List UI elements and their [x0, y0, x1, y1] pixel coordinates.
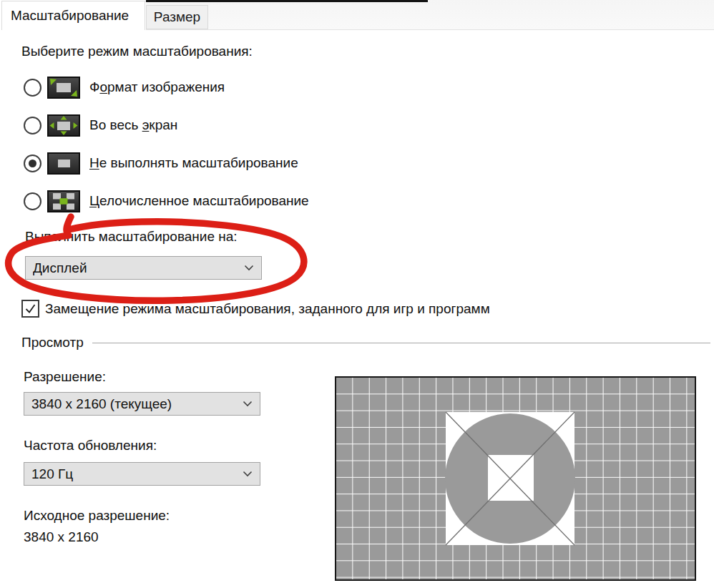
- tab-size-label: Размер: [154, 9, 200, 25]
- native-resolution-value: 3840 x 2160: [24, 529, 99, 545]
- native-resolution-label: Исходное разрешение:: [24, 508, 170, 524]
- scaling-preview-test-pattern: [335, 376, 696, 581]
- refresh-rate-combo[interactable]: 120 Гц: [24, 462, 260, 486]
- scaling-mode-heading: Выберите режим масштабирования:: [21, 44, 253, 59]
- option-label: Во весь экран: [89, 117, 177, 133]
- tab-bar-filler: [146, 0, 714, 30]
- option-label: Целочисленное масштабирование: [89, 193, 309, 209]
- refresh-rate-label: Частота обновления:: [24, 438, 157, 454]
- section-title: Просмотр: [21, 335, 84, 351]
- preview-section-header: Просмотр: [21, 335, 710, 351]
- checkbox-checked[interactable]: [21, 300, 39, 318]
- combo-value: Дисплей: [33, 260, 244, 276]
- section-divider: [92, 343, 710, 343]
- combo-value: 120 Гц: [31, 466, 243, 482]
- combo-value: 3840 x 2160 (текущее): [31, 396, 243, 412]
- tab-scaling[interactable]: Масштабирование: [1, 1, 145, 30]
- chevron-down-icon: [243, 401, 253, 407]
- chevron-down-icon: [244, 265, 254, 271]
- resolution-label: Разрешение:: [24, 369, 106, 385]
- chevron-down-icon: [243, 471, 253, 477]
- option-integer-scaling[interactable]: Целочисленное масштабирование: [24, 189, 309, 213]
- window-top-border: [146, 0, 428, 2]
- resolution-combo[interactable]: 3840 x 2160 (текущее): [24, 392, 260, 416]
- aspect-ratio-icon: [47, 77, 80, 99]
- no-scaling-icon: [47, 152, 80, 175]
- option-aspect-ratio[interactable]: Формат изображения: [24, 75, 225, 99]
- perform-scaling-on-label: Выполнить масштабирование на:: [25, 229, 238, 245]
- option-no-scaling[interactable]: Не выполнять масштабирование: [24, 151, 298, 175]
- tab-scaling-label: Масштабирование: [11, 8, 129, 24]
- checkbox-label: Замещение режима масштабирования, заданн…: [45, 301, 490, 317]
- radio-button[interactable]: [24, 192, 41, 210]
- option-label: Не выполнять масштабирование: [89, 155, 298, 171]
- option-label: Формат изображения: [89, 79, 225, 95]
- radio-button[interactable]: [24, 117, 41, 134]
- radio-button[interactable]: [24, 79, 41, 97]
- full-screen-icon: [47, 114, 80, 137]
- override-scaling-checkbox-row[interactable]: Замещение режима масштабирования, заданн…: [21, 300, 490, 318]
- checkmark-icon: [24, 303, 36, 315]
- option-full-screen[interactable]: Во весь экран: [24, 113, 177, 137]
- tab-size[interactable]: Размер: [146, 5, 208, 29]
- integer-scaling-icon: [47, 190, 80, 212]
- tab-bar: Масштабирование Размер: [0, 0, 714, 30]
- radio-button-selected[interactable]: [24, 155, 41, 172]
- perform-scaling-on-combo[interactable]: Дисплей: [25, 256, 262, 280]
